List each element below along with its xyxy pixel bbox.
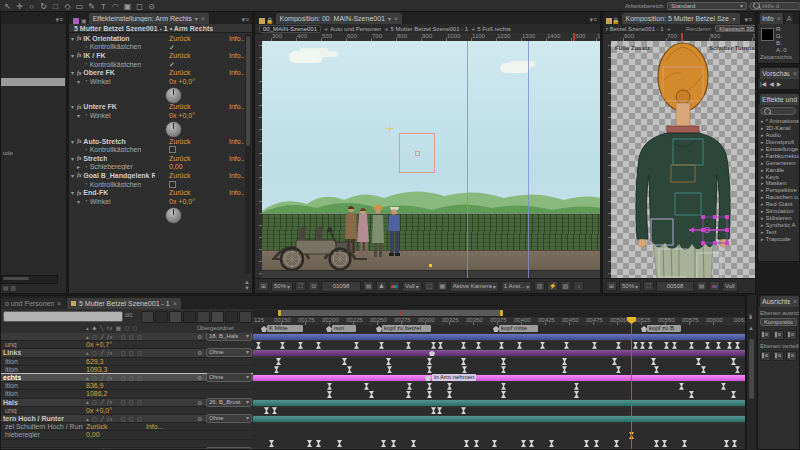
timeline-graph-area[interactable]: in Arm nehmen xyxy=(253,333,746,450)
channel-rgb-icon[interactable] xyxy=(389,281,400,291)
layer-duration-bar[interactable] xyxy=(253,334,746,340)
panel-menu-icon[interactable]: ▾≡ xyxy=(52,16,66,24)
align-left-icon[interactable] xyxy=(760,330,771,340)
brush-tool-icon[interactable]: ◠ xyxy=(111,2,120,10)
show-snapshot-icon[interactable]: ♟ xyxy=(376,281,387,291)
keyframe-icon[interactable] xyxy=(427,383,432,390)
align-center-icon[interactable] xyxy=(773,330,784,340)
composition-mini-flow-icon[interactable] xyxy=(141,311,154,323)
breadcrumb-item[interactable]: 00_MAIN-Szene001 xyxy=(259,25,321,33)
tab-timeline-other[interactable]: o und Personen× xyxy=(1,298,65,309)
keyframe-icon[interactable] xyxy=(264,407,269,414)
effect-checkbox[interactable] xyxy=(169,181,176,189)
effect-value[interactable]: 0x +0,0° xyxy=(169,78,195,85)
effect-about-link[interactable]: Info... xyxy=(229,172,244,179)
parent-pickwhip-icon[interactable]: ⚙ xyxy=(197,349,202,356)
effect-reset-button[interactable]: Zurück xyxy=(169,155,190,162)
flowchart-icon[interactable]: ♁ xyxy=(573,281,584,291)
keyframe-icon[interactable] xyxy=(735,342,740,349)
effect-reset-button[interactable]: Zurück xyxy=(86,423,107,430)
twirl-down-icon[interactable]: ▾ xyxy=(71,35,74,42)
navigator-start-handle[interactable] xyxy=(278,310,281,316)
transparency-grid-icon[interactable]: ▦ xyxy=(437,281,448,291)
stopwatch-icon[interactable]: ◔ xyxy=(84,164,88,170)
keyframe-icon[interactable] xyxy=(727,342,732,349)
keyframe-icon[interactable] xyxy=(364,383,369,390)
keyframe-icon[interactable] xyxy=(689,391,694,398)
parent-select[interactable]: 26. B_Brust▾ xyxy=(206,398,252,407)
property-row[interactable]: ition629,3 xyxy=(1,358,253,366)
breadcrumb-item[interactable]: Auto und Personen xyxy=(330,26,381,32)
effects-category-item[interactable]: ▸Generieren xyxy=(758,159,800,166)
align-right-icon[interactable] xyxy=(786,330,797,340)
keyframe-icon[interactable] xyxy=(461,342,466,349)
twirl-icon[interactable]: ▾ xyxy=(77,78,82,85)
angle-dial[interactable] xyxy=(165,87,182,104)
parent-pickwhip-icon[interactable]: ⚙ xyxy=(197,333,202,340)
lock-icon[interactable]: 🔒 xyxy=(612,17,620,24)
keyframe-icon[interactable] xyxy=(407,383,412,390)
frame-blend-icon[interactable] xyxy=(197,311,210,323)
hide-shy-icon[interactable] xyxy=(183,311,196,323)
keyframe-icon[interactable] xyxy=(381,440,386,447)
guide-line[interactable] xyxy=(528,41,529,279)
draft3d-icon[interactable] xyxy=(169,311,182,323)
effects-category-item[interactable]: ▸Synthetic A xyxy=(758,221,800,228)
layer-duration-bar[interactable] xyxy=(253,375,746,381)
distribute-horizontal-icon[interactable] xyxy=(773,351,784,361)
keyframe-icon[interactable] xyxy=(386,358,391,365)
twirl-icon[interactable]: ▾ xyxy=(77,198,82,205)
stopwatch-icon[interactable]: ◔ xyxy=(84,147,88,153)
keyframe-icon[interactable] xyxy=(735,366,740,373)
align-to-select[interactable]: Komposition xyxy=(760,318,797,326)
panel-menu-icon[interactable]: ▾≡ xyxy=(741,16,755,24)
angle-dial[interactable] xyxy=(165,121,182,138)
keyframe-icon[interactable] xyxy=(280,342,285,349)
keyframe-icon[interactable] xyxy=(492,440,497,447)
effects-category-item[interactable]: ▸Farbkorrektu xyxy=(758,152,800,159)
mini-flowchart-icon[interactable]: ⧉≡ xyxy=(125,312,133,319)
keyframe-icon[interactable] xyxy=(701,366,706,373)
current-time-display[interactable]: 00508 xyxy=(656,281,694,292)
view-layout-select[interactable]: 1 Ansi...▾ xyxy=(501,281,532,292)
twirl-right-icon[interactable]: ▸ xyxy=(761,208,764,214)
clone-stamp-tool-icon[interactable]: ▣ xyxy=(123,2,132,10)
twirl-icon[interactable]: ▾ xyxy=(77,112,82,119)
property-row[interactable]: ition836,9 xyxy=(1,382,253,390)
tab-composition-character[interactable]: Komposition: 5 Mutter Betzel Szene001 - … xyxy=(622,13,740,24)
twirl-down-icon[interactable]: ▾ xyxy=(71,69,74,76)
keyframe-icon[interactable] xyxy=(369,391,374,398)
keyframe-icon[interactable] xyxy=(464,440,469,447)
keyframe-icon[interactable] xyxy=(705,342,710,349)
layer-row[interactable]: Hals▴ ◻ ╱ fx◻ ◻ ◻⚙26. B_Brust▾ xyxy=(1,399,253,407)
keyframe-icon[interactable] xyxy=(549,440,554,447)
property-value[interactable]: 629,3 xyxy=(86,358,104,365)
keyframe-icon[interactable] xyxy=(732,440,737,447)
keyframe-icon[interactable] xyxy=(354,342,359,349)
effects-category-item[interactable]: ▸Stilisieren xyxy=(758,214,800,221)
keyframe-icon[interactable] xyxy=(501,366,506,373)
keyframe-icon[interactable] xyxy=(474,440,479,447)
effects-category-item[interactable]: ▸Kanäle xyxy=(758,166,800,173)
effects-category-item[interactable]: ▸Perspektive xyxy=(758,187,800,194)
effects-category-item[interactable]: ▸Keys xyxy=(758,173,800,180)
keyframe-icon[interactable] xyxy=(501,358,506,365)
effect-reset-button[interactable]: Zurück xyxy=(169,69,190,76)
close-icon[interactable]: × xyxy=(173,300,177,307)
tab-audio[interactable]: A xyxy=(785,13,794,24)
camera-tool-icon[interactable]: □ xyxy=(51,2,60,10)
comp-marker-chip[interactable]: K Mitte xyxy=(267,325,303,332)
property-value[interactable]: 1086,2 xyxy=(86,390,107,397)
parent-pickwhip-icon[interactable]: ⚙ xyxy=(197,399,202,406)
current-time-display[interactable]: 01098 xyxy=(321,281,361,292)
twirl-right-icon[interactable]: ▸ xyxy=(761,167,764,173)
effect-about-link[interactable]: Info... xyxy=(229,103,244,110)
stopwatch-icon[interactable]: ◔ xyxy=(84,181,88,187)
comp-marker-chip[interactable]: nun xyxy=(332,325,356,332)
effect-reset-button[interactable]: Zurück xyxy=(169,138,190,145)
close-icon[interactable]: × xyxy=(57,300,61,307)
keyframe-icon[interactable] xyxy=(499,342,504,349)
help-search-input[interactable]: Hilfe d xyxy=(749,2,800,10)
parent-select[interactable]: 18. B_Hals▾ xyxy=(206,333,252,341)
stopwatch-icon[interactable]: ◔ xyxy=(84,61,88,67)
